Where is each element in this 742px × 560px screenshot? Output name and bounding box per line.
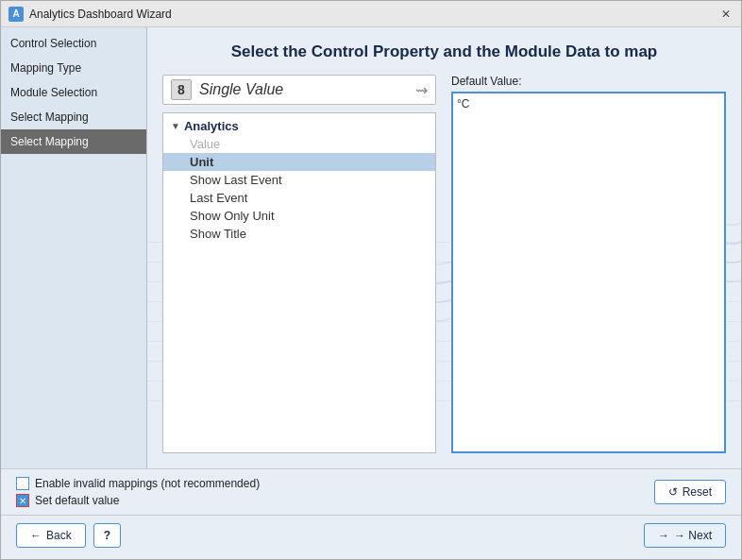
- set-default-label: Set default value: [35, 494, 119, 507]
- sidebar: Control Selection Mapping Type Module Se…: [1, 27, 147, 468]
- next-arrow-icon: →: [658, 529, 669, 542]
- main-layout: Control Selection Mapping Type Module Se…: [1, 27, 741, 468]
- back-arrow-icon: ←: [30, 529, 42, 542]
- control-header: 8 Single Value ⇝: [162, 75, 436, 105]
- tree-item-unit[interactable]: Unit: [163, 153, 435, 171]
- window-title: Analytics Dashboard Wizard: [29, 8, 713, 21]
- invalid-mappings-row: Enable invalid mappings (not recommended…: [16, 477, 654, 490]
- control-icon: 8: [171, 79, 192, 100]
- set-default-row: ✕ Set default value: [16, 494, 654, 507]
- invalid-mappings-label: Enable invalid mappings (not recommended…: [35, 477, 260, 490]
- right-panel: Default Value: °C: [451, 75, 726, 453]
- help-label: ?: [104, 529, 110, 542]
- default-value-input[interactable]: °C: [451, 92, 726, 453]
- control-name: Single Value: [199, 81, 283, 98]
- set-default-checkbox[interactable]: ✕: [16, 494, 29, 507]
- wizard-window: A Analytics Dashboard Wizard ✕ Control S…: [0, 0, 742, 560]
- nav-buttons-bar: ← Back ? → → Next: [1, 515, 741, 559]
- tree-root-label: Analytics: [184, 119, 239, 133]
- sidebar-item-module-selection[interactable]: Module Selection: [1, 80, 146, 105]
- title-bar: A Analytics Dashboard Wizard ✕: [1, 1, 741, 27]
- back-label: Back: [46, 529, 72, 542]
- content-area: Select the Control Property and the Modu…: [147, 27, 741, 468]
- sidebar-item-control-selection[interactable]: Control Selection: [1, 31, 146, 56]
- link-icon: ⇝: [415, 81, 428, 99]
- tree-item-show-last-event-label: Show Last Event: [190, 173, 282, 187]
- reset-icon: ↺: [668, 485, 678, 499]
- tree-item-show-last-event[interactable]: Show Last Event: [163, 171, 435, 189]
- mapping-area: 8 Single Value ⇝ ▼ Analytics Value: [162, 75, 726, 453]
- tree-item-show-only-unit-label: Show Only Unit: [190, 209, 275, 223]
- tree-item-unit-label: Unit: [190, 155, 213, 169]
- default-value-label: Default Value:: [451, 75, 726, 88]
- help-button[interactable]: ?: [93, 523, 121, 548]
- bottom-buttons: ↺ Reset: [654, 480, 726, 504]
- tree-item-show-title-label: Show Title: [190, 227, 246, 241]
- app-icon: A: [8, 7, 24, 22]
- back-help-buttons: ← Back ?: [16, 523, 121, 548]
- tree-item-value[interactable]: Value: [163, 135, 435, 153]
- sidebar-item-select-mapping-1[interactable]: Select Mapping: [1, 105, 146, 129]
- page-title: Select the Control Property and the Modu…: [162, 42, 726, 61]
- invalid-mappings-checkbox[interactable]: [16, 477, 29, 490]
- back-button[interactable]: ← Back: [16, 523, 86, 548]
- left-panel: 8 Single Value ⇝ ▼ Analytics Value: [162, 75, 436, 453]
- bottom-bar: Enable invalid mappings (not recommended…: [1, 468, 741, 515]
- next-label: → Next: [674, 529, 712, 542]
- tree-root-analytics[interactable]: ▼ Analytics: [163, 117, 435, 135]
- tree-container[interactable]: ▼ Analytics Value Unit Show Last Event: [162, 112, 436, 453]
- tree-item-value-label: Value: [190, 137, 220, 151]
- tree-item-last-event-label: Last Event: [190, 191, 247, 205]
- tree-item-show-title[interactable]: Show Title: [163, 225, 435, 243]
- sidebar-item-mapping-type[interactable]: Mapping Type: [1, 56, 146, 80]
- next-button[interactable]: → → Next: [644, 523, 726, 548]
- sidebar-item-select-mapping-2[interactable]: Select Mapping: [1, 129, 146, 154]
- close-button[interactable]: ✕: [718, 7, 734, 22]
- tree-arrow: ▼: [171, 121, 180, 131]
- checkboxes-area: Enable invalid mappings (not recommended…: [16, 477, 654, 507]
- reset-button[interactable]: ↺ Reset: [654, 480, 726, 504]
- tree-item-last-event[interactable]: Last Event: [163, 189, 435, 207]
- tree-item-show-only-unit[interactable]: Show Only Unit: [163, 207, 435, 225]
- reset-label: Reset: [683, 485, 712, 499]
